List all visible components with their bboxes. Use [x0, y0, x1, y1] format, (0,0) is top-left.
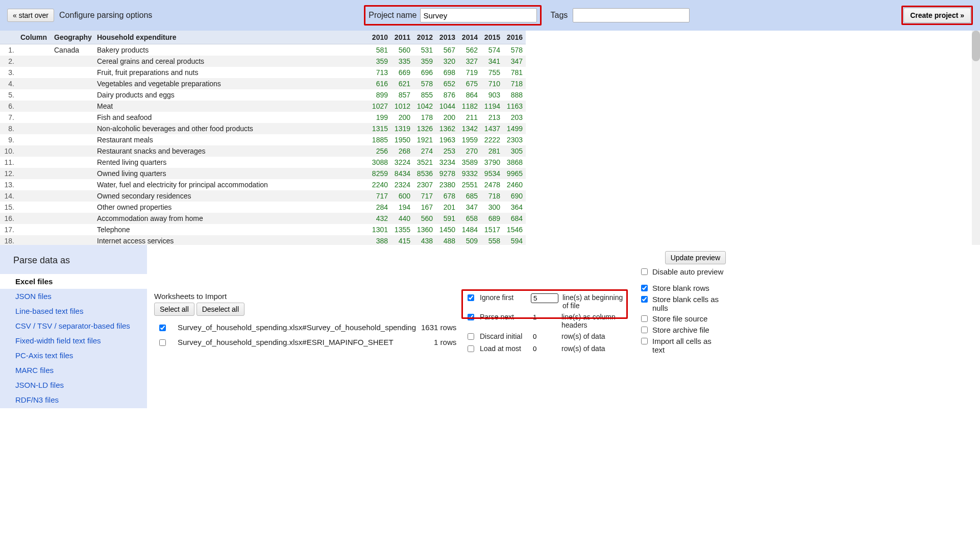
data-cell: 327 — [458, 56, 481, 67]
data-cell: 1450 — [436, 224, 458, 235]
create-project-highlight: Create project » — [901, 6, 973, 25]
ignore-first-checkbox[interactable] — [468, 294, 474, 301]
preview-panel: ColumnGeographyHousehold expenditure2010… — [0, 31, 980, 245]
discard-value[interactable] — [531, 332, 557, 341]
row-number: 16. — [0, 213, 17, 224]
worksheet-rowcount: 1 rows — [419, 336, 458, 350]
start-over-button[interactable]: « start over — [7, 9, 54, 22]
deselect-all-button[interactable]: Deselect all — [197, 303, 244, 316]
format-item[interactable]: Line-based text files — [0, 304, 147, 318]
load-at-most-value[interactable] — [531, 344, 557, 353]
data-cell: 3224 — [391, 157, 413, 168]
data-cell: 899 — [369, 89, 391, 101]
data-cell: 201 — [436, 202, 458, 213]
text-cell — [51, 112, 94, 123]
parse-title: Parse data as — [0, 251, 147, 274]
store-archive-file-checkbox[interactable] — [641, 327, 648, 333]
select-all-button[interactable]: Select all — [154, 303, 194, 316]
parse-sidebar: Parse data as Excel filesJSON filesLine-… — [0, 245, 147, 408]
row-number: 17. — [0, 224, 17, 235]
format-item[interactable]: PC-Axis text files — [0, 348, 147, 363]
table-row: 13.Water, fuel and electricity for princ… — [0, 179, 526, 190]
format-item[interactable]: RDF/N3 files — [0, 392, 147, 407]
option-load-at-most: Load at most row(s) of data — [465, 343, 629, 355]
format-item[interactable]: Excel files — [0, 274, 147, 289]
data-cell: 1546 — [503, 224, 526, 235]
table-row: 4.Vegetables and vegetable preparations6… — [0, 78, 526, 89]
update-preview-button[interactable]: Update preview — [665, 251, 726, 264]
data-cell: 718 — [481, 190, 503, 202]
parse-next-checkbox[interactable] — [468, 314, 474, 320]
text-cell: Fish and seafood — [94, 112, 369, 123]
bottom-panel: Parse data as Excel filesJSON filesLine-… — [0, 245, 980, 408]
text-cell — [51, 56, 94, 67]
data-cell: 717 — [413, 190, 436, 202]
data-cell: 2307 — [413, 179, 436, 190]
format-item[interactable]: CSV / TSV / separator-based files — [0, 318, 147, 333]
disable-auto-checkbox[interactable] — [641, 268, 648, 275]
data-cell: 1437 — [481, 123, 503, 134]
project-name-group: Project name — [364, 5, 541, 26]
store-blank-cells-checkbox[interactable] — [641, 296, 648, 303]
row-number: 3. — [0, 67, 17, 78]
create-project-button[interactable]: Create project » — [903, 8, 971, 23]
data-cell: 347 — [503, 56, 526, 67]
data-cell: 1360 — [413, 224, 436, 235]
worksheet-checkbox[interactable] — [159, 325, 166, 331]
text-cell — [51, 123, 94, 134]
data-cell: 199 — [369, 112, 391, 123]
data-cell: 341 — [481, 56, 503, 67]
data-cell: 347 — [458, 202, 481, 213]
data-cell: 719 — [458, 67, 481, 78]
data-cell: 200 — [391, 112, 413, 123]
format-item[interactable]: JSON files — [0, 289, 147, 304]
parse-next-value[interactable] — [531, 313, 557, 321]
text-cell: Bakery products — [94, 44, 369, 56]
text-cell — [51, 89, 94, 101]
data-cell: 903 — [481, 89, 503, 101]
data-cell: 438 — [413, 235, 436, 245]
data-cell: 281 — [481, 145, 503, 157]
data-cell: 1355 — [391, 224, 413, 235]
import-all-text-checkbox[interactable] — [641, 338, 648, 344]
worksheets-title: Worksheets to Import — [154, 292, 455, 301]
preview-scrollbar[interactable] — [972, 31, 980, 245]
text-cell: Water, fuel and electricity for principa… — [94, 179, 369, 190]
format-item[interactable]: MARC files — [0, 363, 147, 378]
data-cell: 432 — [369, 213, 391, 224]
data-cell: 558 — [481, 235, 503, 245]
parse-next-label: Parse next — [480, 313, 527, 321]
discard-desc: row(s) of data — [561, 332, 629, 340]
data-cell: 560 — [391, 44, 413, 56]
store-blank-rows-label: Store blank rows — [652, 284, 709, 292]
ignore-first-value[interactable] — [531, 293, 558, 303]
text-cell: Restaurant meals — [94, 134, 369, 145]
load-at-most-checkbox[interactable] — [468, 345, 474, 352]
format-item[interactable]: Fixed-width field text files — [0, 333, 147, 348]
worksheet-checkbox[interactable] — [159, 339, 166, 346]
text-cell: Accommodation away from home — [94, 213, 369, 224]
data-cell: 200 — [436, 112, 458, 123]
ignore-first-desc: line(s) at beginning of file — [562, 293, 629, 310]
store-blank-rows-checkbox[interactable] — [641, 285, 648, 291]
table-row: 16.Accommodation away from home432440560… — [0, 213, 526, 224]
data-cell: 1301 — [369, 224, 391, 235]
data-cell: 621 — [391, 78, 413, 89]
data-cell: 888 — [503, 89, 526, 101]
data-cell: 9278 — [436, 168, 458, 179]
discard-checkbox[interactable] — [468, 333, 474, 340]
data-cell: 574 — [481, 44, 503, 56]
tags-input[interactable] — [573, 8, 690, 22]
store-file-source-checkbox[interactable] — [641, 315, 648, 322]
data-cell: 710 — [481, 78, 503, 89]
project-name-input[interactable] — [420, 8, 537, 22]
data-cell: 213 — [481, 112, 503, 123]
data-cell: 876 — [436, 89, 458, 101]
format-item[interactable]: JSON-LD files — [0, 378, 147, 392]
preview-table: ColumnGeographyHousehold expenditure2010… — [0, 31, 526, 245]
table-row: 15.Other owned properties284194167201347… — [0, 202, 526, 213]
data-cell: 1959 — [458, 134, 481, 145]
data-cell: 1499 — [503, 123, 526, 134]
table-row: 6.Meat1027101210421044118211941163 — [0, 101, 526, 112]
table-row: 2.Cereal grains and cereal products35933… — [0, 56, 526, 67]
